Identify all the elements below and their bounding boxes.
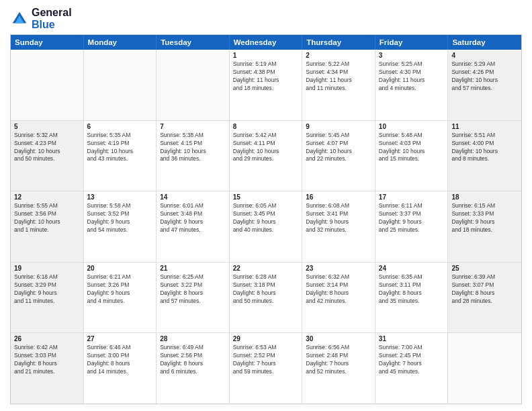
day-number: 10 — [379, 123, 445, 130]
day-number: 2 — [306, 52, 371, 59]
week-row-1: 1Sunrise: 5:19 AM Sunset: 4:38 PM Daylig… — [11, 50, 521, 121]
table-row: 7Sunrise: 5:38 AM Sunset: 4:15 PM Daylig… — [157, 121, 230, 191]
table-row: 25Sunrise: 6:39 AM Sunset: 3:07 PM Dayli… — [448, 263, 521, 333]
logo-icon — [10, 9, 29, 28]
day-number: 12 — [14, 193, 80, 201]
day-info: Sunrise: 5:58 AM Sunset: 3:52 PM Dayligh… — [87, 202, 153, 234]
week-row-3: 12Sunrise: 5:55 AM Sunset: 3:56 PM Dayli… — [11, 191, 521, 263]
day-info: Sunrise: 6:05 AM Sunset: 3:45 PM Dayligh… — [233, 202, 299, 234]
day-info: Sunrise: 5:32 AM Sunset: 4:23 PM Dayligh… — [14, 132, 80, 164]
table-row: 9Sunrise: 5:45 AM Sunset: 4:07 PM Daylig… — [302, 121, 375, 191]
day-number: 29 — [233, 335, 299, 342]
header: General Blue — [10, 7, 522, 30]
day-number: 22 — [233, 265, 299, 272]
day-number: 16 — [306, 193, 371, 201]
day-number: 15 — [233, 193, 299, 201]
day-number: 6 — [87, 123, 153, 130]
day-number: 9 — [306, 123, 371, 130]
day-info: Sunrise: 5:25 AM Sunset: 4:30 PM Dayligh… — [379, 60, 445, 93]
table-row: 10Sunrise: 5:48 AM Sunset: 4:03 PM Dayli… — [375, 121, 449, 191]
day-number: 21 — [160, 265, 226, 272]
day-number: 17 — [379, 193, 445, 201]
header-wednesday: Wednesday — [230, 35, 303, 50]
table-row: 8Sunrise: 5:42 AM Sunset: 4:11 PM Daylig… — [230, 121, 303, 191]
logo: General Blue — [10, 7, 72, 30]
logo-text: General Blue — [32, 7, 72, 30]
table-row: 15Sunrise: 6:05 AM Sunset: 3:45 PM Dayli… — [230, 191, 303, 262]
day-number: 30 — [306, 335, 371, 342]
table-row: 28Sunrise: 6:49 AM Sunset: 2:56 PM Dayli… — [157, 333, 230, 404]
day-number: 19 — [14, 265, 80, 272]
day-info: Sunrise: 5:45 AM Sunset: 4:07 PM Dayligh… — [306, 132, 371, 164]
day-number: 18 — [451, 193, 518, 201]
day-number: 31 — [379, 335, 445, 342]
day-info: Sunrise: 5:38 AM Sunset: 4:15 PM Dayligh… — [160, 132, 226, 164]
table-row: 12Sunrise: 5:55 AM Sunset: 3:56 PM Dayli… — [11, 191, 84, 262]
day-number: 3 — [379, 52, 445, 59]
table-row: 19Sunrise: 6:18 AM Sunset: 3:29 PM Dayli… — [11, 263, 84, 333]
calendar: Sunday Monday Tuesday Wednesday Thursday… — [10, 34, 522, 404]
week-row-5: 26Sunrise: 6:42 AM Sunset: 3:03 PM Dayli… — [11, 333, 521, 404]
day-info: Sunrise: 6:21 AM Sunset: 3:26 PM Dayligh… — [87, 273, 153, 306]
day-number: 26 — [14, 335, 80, 342]
day-info: Sunrise: 5:55 AM Sunset: 3:56 PM Dayligh… — [14, 202, 80, 234]
page: General Blue Sunday Monday Tuesday Wedne… — [0, 0, 532, 411]
table-row — [157, 50, 230, 120]
day-info: Sunrise: 7:00 AM Sunset: 2:45 PM Dayligh… — [379, 344, 445, 376]
table-row: 20Sunrise: 6:21 AM Sunset: 3:26 PM Dayli… — [84, 263, 157, 333]
table-row: 24Sunrise: 6:35 AM Sunset: 3:11 PM Dayli… — [375, 263, 449, 333]
day-info: Sunrise: 6:42 AM Sunset: 3:03 PM Dayligh… — [14, 344, 80, 376]
calendar-body: 1Sunrise: 5:19 AM Sunset: 4:38 PM Daylig… — [11, 50, 521, 404]
day-number: 5 — [14, 123, 80, 130]
table-row: 2Sunrise: 5:22 AM Sunset: 4:34 PM Daylig… — [302, 50, 375, 120]
table-row: 21Sunrise: 6:25 AM Sunset: 3:22 PM Dayli… — [157, 263, 230, 333]
day-info: Sunrise: 6:01 AM Sunset: 3:48 PM Dayligh… — [160, 202, 226, 234]
table-row: 13Sunrise: 5:58 AM Sunset: 3:52 PM Dayli… — [84, 191, 157, 262]
table-row: 18Sunrise: 6:15 AM Sunset: 3:33 PM Dayli… — [448, 191, 521, 262]
calendar-header: Sunday Monday Tuesday Wednesday Thursday… — [11, 35, 521, 50]
day-info: Sunrise: 6:49 AM Sunset: 2:56 PM Dayligh… — [160, 344, 226, 376]
day-info: Sunrise: 6:46 AM Sunset: 3:00 PM Dayligh… — [87, 344, 153, 376]
day-info: Sunrise: 6:08 AM Sunset: 3:41 PM Dayligh… — [306, 202, 371, 234]
week-row-4: 19Sunrise: 6:18 AM Sunset: 3:29 PM Dayli… — [11, 263, 521, 334]
table-row: 14Sunrise: 6:01 AM Sunset: 3:48 PM Dayli… — [157, 191, 230, 262]
table-row: 1Sunrise: 5:19 AM Sunset: 4:38 PM Daylig… — [230, 50, 303, 120]
table-row: 16Sunrise: 6:08 AM Sunset: 3:41 PM Dayli… — [302, 191, 375, 262]
day-number: 8 — [233, 123, 299, 130]
day-number: 20 — [87, 265, 153, 272]
day-info: Sunrise: 5:35 AM Sunset: 4:19 PM Dayligh… — [87, 132, 153, 164]
table-row: 3Sunrise: 5:25 AM Sunset: 4:30 PM Daylig… — [375, 50, 449, 120]
table-row: 6Sunrise: 5:35 AM Sunset: 4:19 PM Daylig… — [84, 121, 157, 191]
table-row: 30Sunrise: 6:56 AM Sunset: 2:48 PM Dayli… — [302, 333, 375, 404]
day-info: Sunrise: 6:32 AM Sunset: 3:14 PM Dayligh… — [306, 273, 371, 306]
day-info: Sunrise: 6:15 AM Sunset: 3:33 PM Dayligh… — [451, 202, 518, 234]
table-row: 11Sunrise: 5:51 AM Sunset: 4:00 PM Dayli… — [448, 121, 521, 191]
day-info: Sunrise: 6:28 AM Sunset: 3:18 PM Dayligh… — [233, 273, 299, 306]
table-row: 31Sunrise: 7:00 AM Sunset: 2:45 PM Dayli… — [375, 333, 449, 404]
day-info: Sunrise: 6:35 AM Sunset: 3:11 PM Dayligh… — [379, 273, 445, 306]
day-number: 28 — [160, 335, 226, 342]
day-info: Sunrise: 5:51 AM Sunset: 4:00 PM Dayligh… — [451, 132, 518, 164]
header-saturday: Saturday — [448, 35, 521, 50]
header-monday: Monday — [84, 35, 157, 50]
day-info: Sunrise: 5:42 AM Sunset: 4:11 PM Dayligh… — [233, 132, 299, 164]
day-number: 24 — [379, 265, 445, 272]
table-row: 27Sunrise: 6:46 AM Sunset: 3:00 PM Dayli… — [84, 333, 157, 404]
table-row — [84, 50, 157, 120]
day-number: 1 — [233, 52, 299, 59]
table-row: 22Sunrise: 6:28 AM Sunset: 3:18 PM Dayli… — [230, 263, 303, 333]
week-row-2: 5Sunrise: 5:32 AM Sunset: 4:23 PM Daylig… — [11, 121, 521, 192]
header-sunday: Sunday — [11, 35, 84, 50]
table-row: 4Sunrise: 5:29 AM Sunset: 4:26 PM Daylig… — [448, 50, 521, 120]
day-info: Sunrise: 6:39 AM Sunset: 3:07 PM Dayligh… — [451, 273, 518, 306]
table-row — [448, 333, 521, 404]
day-number: 23 — [306, 265, 371, 272]
day-number: 11 — [451, 123, 518, 130]
day-number: 27 — [87, 335, 153, 342]
table-row: 23Sunrise: 6:32 AM Sunset: 3:14 PM Dayli… — [302, 263, 375, 333]
table-row: 17Sunrise: 6:11 AM Sunset: 3:37 PM Dayli… — [375, 191, 449, 262]
day-info: Sunrise: 5:19 AM Sunset: 4:38 PM Dayligh… — [233, 60, 299, 93]
day-number: 14 — [160, 193, 226, 201]
day-info: Sunrise: 5:29 AM Sunset: 4:26 PM Dayligh… — [451, 60, 518, 93]
header-thursday: Thursday — [302, 35, 375, 50]
